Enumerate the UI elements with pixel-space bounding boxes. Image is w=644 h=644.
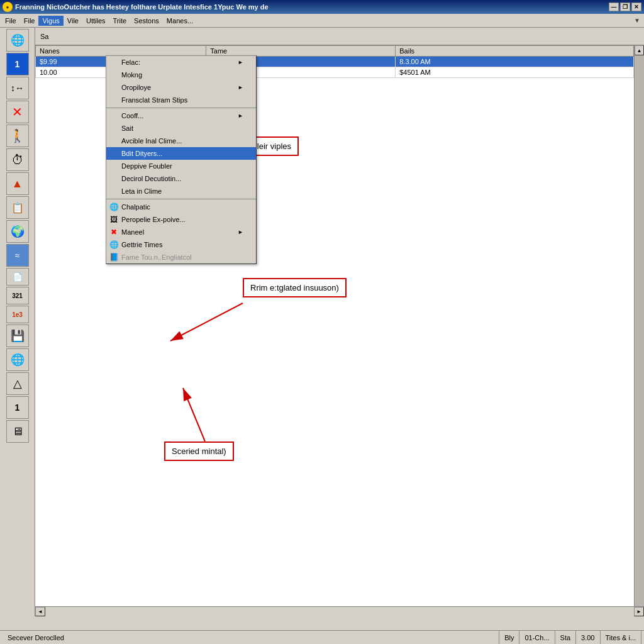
close-button[interactable]: ✕ xyxy=(631,3,641,11)
submenu-arrow: ► xyxy=(238,84,243,91)
toolbar-globe3-btn[interactable]: 🌐 xyxy=(6,348,29,371)
toolbar-row: Sa xyxy=(35,28,644,45)
separator2 xyxy=(106,199,256,199)
left-toolbar: 🌐 1 ↕↔ ✕ 🚶 ⏱ ▲ 📋 🌍 ≈ 📄 321 1e3 💾 🌐 △ 1 🖥 xyxy=(0,28,35,616)
toolbar-monitor-btn[interactable]: 🖥 xyxy=(6,420,29,443)
toolbar-wave-btn[interactable]: ≈ xyxy=(6,244,29,267)
status-tites: Tites & i... xyxy=(601,631,642,644)
cell-bails: $4501 AM xyxy=(396,67,634,78)
menu-decirol[interactable]: Decirol Decutiotin... xyxy=(106,172,256,185)
menu-sestons[interactable]: Sestons xyxy=(130,16,163,26)
toolbar-1b-btn[interactable]: 1 xyxy=(6,396,29,419)
menu-file1[interactable]: File xyxy=(1,16,20,26)
menu-gettrie[interactable]: 🌐 Gettrie Times xyxy=(106,238,256,251)
col-tame: Tame xyxy=(206,46,396,57)
col-bails: Bails xyxy=(396,46,634,57)
fame-icon: 📘 xyxy=(109,252,119,262)
submenu-arrow: ► xyxy=(238,229,243,235)
peropelie-icon: 🖼 xyxy=(109,214,119,225)
maneel-icon: ✖ xyxy=(109,227,119,237)
menu-avcible[interactable]: Avcible Inal Clime... xyxy=(106,135,256,147)
menu-deppive[interactable]: Deppive Foubler xyxy=(106,160,256,172)
menu-trite[interactable]: Trite xyxy=(109,16,131,26)
title-bar: ● Franning NictoOutcher has Hestey folth… xyxy=(0,0,644,14)
menu-felac[interactable]: Felac: ► xyxy=(106,56,256,69)
menu-oropiloye[interactable]: Oropiloye ► xyxy=(106,81,256,94)
annotation-sceried: Sceried mintal) xyxy=(164,441,234,461)
menu-sait[interactable]: Sait xyxy=(106,122,256,135)
menu-uttiles[interactable]: Uttiles xyxy=(82,16,109,26)
menu-leta[interactable]: Leta in Clime xyxy=(106,185,256,197)
filter-icon: ▼ xyxy=(634,17,643,24)
scroll-right-arrow[interactable]: ► xyxy=(634,607,644,616)
toolbar-1-btn[interactable]: 1 xyxy=(6,53,29,75)
menu-file2[interactable]: File xyxy=(20,16,39,26)
status-bly: Bly xyxy=(499,631,519,644)
menu-fransclat[interactable]: Fransclat Stram Stips xyxy=(106,94,256,106)
menu-maneel[interactable]: ✖ Maneel ► xyxy=(106,226,256,238)
restore-button[interactable]: ❒ xyxy=(620,3,630,11)
vertical-scrollbar[interactable]: ▲ ▼ xyxy=(634,45,644,616)
menu-peropelie[interactable]: 🖼 Peropelie Ex-poive... xyxy=(106,213,256,226)
toolbar-321-btn[interactable]: 321 xyxy=(6,287,29,304)
menu-vile[interactable]: Vile xyxy=(64,16,82,26)
status-300: 3.00 xyxy=(576,631,600,644)
svg-line-2 xyxy=(170,303,243,341)
toolbar-clock-btn[interactable]: ⏱ xyxy=(6,148,29,171)
toolbar-earth-btn[interactable]: 🌍 xyxy=(6,220,29,243)
menu-manes[interactable]: Manes... xyxy=(163,16,197,26)
toolbar-1e3-btn[interactable]: 1e3 xyxy=(6,306,29,323)
status-bar: Secever Deroclled Bly 01-Ch... Sta 3.00 … xyxy=(0,630,644,644)
status-main: Secever Deroclled xyxy=(3,631,499,644)
gettrie-icon: 🌐 xyxy=(109,240,119,250)
menu-chalpatic[interactable]: 🌐 Chalpatic xyxy=(106,201,256,213)
menu-bdit[interactable]: Bdit Dityers... xyxy=(106,147,256,160)
scroll-left-arrow[interactable]: ◄ xyxy=(35,607,45,616)
status-01ch: 01-Ch... xyxy=(519,631,555,644)
app-icon: ● xyxy=(3,2,13,12)
cell-bails: 8.3.00 AM xyxy=(396,57,634,67)
menu-vigus[interactable]: Vigus xyxy=(38,16,63,26)
toolbar-clipboard-btn[interactable]: 📋 xyxy=(6,196,29,219)
minimize-button[interactable]: — xyxy=(609,3,619,11)
menu-cooff[interactable]: Cooff... ► xyxy=(106,109,256,122)
menu-fame: 📘 Fame Tou.n..Engliatcol xyxy=(106,251,256,264)
scroll-up-arrow[interactable]: ▲ xyxy=(635,45,644,55)
content-area: Sa Nanes Tame Bails $9.99 12.31 2 8.3.00… xyxy=(35,28,644,616)
toolbar-triangle2-btn[interactable]: △ xyxy=(6,372,29,395)
toolbar-scissors-btn[interactable]: ✕ xyxy=(6,101,29,123)
toolbar-disk-btn[interactable]: 💾 xyxy=(6,325,29,347)
col-nanes: Nanes xyxy=(36,46,206,57)
separator1 xyxy=(106,108,256,108)
menu-mokng[interactable]: Mokng xyxy=(106,69,256,81)
toolbar-triangle-btn[interactable]: ▲ xyxy=(6,172,29,195)
submenu-arrow: ► xyxy=(238,113,243,119)
toolbar-globe-btn[interactable]: 🌐 xyxy=(6,29,29,52)
toolbar-person-btn[interactable]: 🚶 xyxy=(6,125,29,147)
toolbar-page-btn[interactable]: 📄 xyxy=(6,268,29,286)
menu-bar: File File Vigus Vile Uttiles Trite Sesto… xyxy=(0,14,644,28)
scroll-track[interactable] xyxy=(635,55,644,606)
dropdown-menu: Felac: ► Mokng Oropiloye ► Fransclat Str… xyxy=(106,55,257,264)
toolbar-arrows-btn[interactable]: ↕↔ xyxy=(6,77,29,99)
status-sta: Sta xyxy=(555,631,577,644)
chalpatic-icon: 🌐 xyxy=(109,202,119,212)
submenu-arrow: ► xyxy=(238,59,243,65)
window-title: Franning NictoOutcher has Hestey folthar… xyxy=(15,3,269,11)
svg-line-3 xyxy=(183,388,205,441)
annotation-rrim: Rrim e:tglated insuuson) xyxy=(243,278,347,297)
toolbar-sa-label: Sa xyxy=(38,33,51,40)
horizontal-scrollbar[interactable]: ◄ ► xyxy=(35,606,644,616)
